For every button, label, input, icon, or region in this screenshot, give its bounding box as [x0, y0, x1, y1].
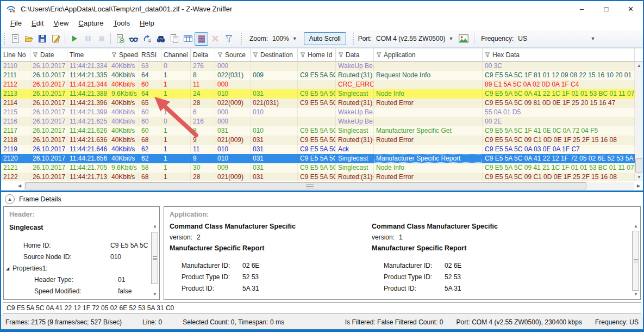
cell-data[interactable]: Singlecast: [336, 126, 374, 136]
minimize-button[interactable]: –: [570, 1, 594, 16]
cell-line[interactable]: 2113: [1, 89, 30, 99]
cell-line[interactable]: 2114: [1, 99, 30, 108]
review-glasses-button[interactable]: [127, 32, 140, 46]
cell-application[interactable]: [374, 108, 483, 117]
cell-data[interactable]: WakeUp Bea: [336, 108, 374, 117]
cell-delta[interactable]: 30: [191, 163, 215, 173]
cell-application[interactable]: Manufacturer Specific Get: [374, 126, 483, 136]
cell-channel[interactable]: 1: [161, 163, 191, 173]
port-dropdown[interactable]: COM 4 (v2.55 ZW0500) ▼: [374, 33, 455, 45]
cell-hex[interactable]: C9 E5 5A 5C 1F 81 01 12 09 08 22 15 16 1…: [483, 71, 635, 80]
cell-home_id[interactable]: [298, 108, 336, 117]
cell-date[interactable]: 26.10.2017: [30, 145, 67, 154]
filter-funnel-icon[interactable]: [376, 52, 382, 58]
view-lines-button[interactable]: [195, 32, 208, 46]
cell-data[interactable]: WakeUp Bea: [336, 117, 374, 126]
cell-channel[interactable]: 1: [161, 80, 191, 89]
cell-data[interactable]: CRC_ERROR: [336, 80, 374, 89]
cell-application[interactable]: Manufacturer Specific Report: [374, 154, 483, 163]
find-binoculars-button[interactable]: [154, 32, 167, 46]
menu-item-tools[interactable]: Tools: [109, 17, 135, 29]
column-header-rssi[interactable]: RSSI: [139, 48, 161, 61]
selected-frame-hex-field[interactable]: C9 E5 5A 5C 0A 41 22 12 1F 72 05 02 6E 5…: [3, 302, 641, 313]
cell-delta[interactable]: 8: [191, 71, 215, 80]
cell-time[interactable]: 11:44:21.334: [67, 62, 109, 71]
column-header-delta[interactable]: Delta: [191, 48, 215, 61]
cell-source[interactable]: 010: [215, 154, 251, 163]
cell-channel[interactable]: 1: [161, 145, 191, 154]
cell-data[interactable]: Ack: [336, 145, 374, 154]
cell-destination[interactable]: 031: [251, 89, 298, 99]
collapse-details-button[interactable]: ▲: [5, 194, 15, 204]
toolbar-grip[interactable]: [353, 33, 355, 45]
cell-delta[interactable]: 9: [191, 154, 215, 163]
scroll-down-arrow[interactable]: ▼: [635, 173, 643, 181]
cell-line[interactable]: 2116: [1, 117, 30, 126]
capture-file-button[interactable]: [113, 32, 127, 46]
column-header-channel[interactable]: Channel: [161, 48, 191, 61]
save-file-button[interactable]: [35, 32, 49, 46]
cell-rssi[interactable]: 68: [139, 136, 161, 145]
cell-application[interactable]: [374, 145, 483, 154]
cell-destination[interactable]: [251, 62, 298, 71]
cell-channel[interactable]: 1: [161, 173, 191, 182]
scroll-up-arrow[interactable]: ▲: [151, 222, 159, 230]
cell-source[interactable]: 009: [215, 163, 251, 173]
grid-vertical-scrollbar[interactable]: ▲ ▼: [635, 62, 643, 181]
filter-funnel-icon[interactable]: [485, 52, 490, 58]
cell-line[interactable]: 2121: [1, 163, 30, 173]
cell-channel[interactable]: 0: [161, 62, 191, 71]
menu-item-file[interactable]: File: [5, 17, 27, 29]
cell-channel[interactable]: 1: [161, 89, 191, 99]
cell-application[interactable]: Node Info: [374, 163, 483, 173]
cell-home_id[interactable]: C9 E5 5A 5C: [298, 136, 336, 145]
cell-hex[interactable]: C9 E5 5A 5C 09 C1 0D 0E 1F 25 2F 15 16 0…: [483, 173, 635, 182]
frame-row-2110[interactable]: 211026.10.201711:44:21.33440Kbit/s630276…: [1, 62, 643, 71]
open-file-button[interactable]: [22, 32, 35, 46]
cell-channel[interactable]: 1: [161, 99, 191, 108]
cell-time[interactable]: 11:44:21.344: [67, 80, 109, 89]
close-button[interactable]: ✕: [618, 1, 643, 16]
new-file-button[interactable]: [8, 32, 22, 46]
cell-channel[interactable]: 1: [161, 108, 191, 117]
cell-home_id[interactable]: C9 E5 5A 5C: [298, 145, 336, 154]
cell-speed[interactable]: 40Kbit/s: [109, 126, 139, 136]
cell-home_id[interactable]: C9 E5 5A 5C: [298, 89, 336, 99]
cell-time[interactable]: 11:44:21.399: [67, 108, 109, 117]
column-header-home_id[interactable]: Home Id: [298, 48, 336, 61]
scroll-right-arrow[interactable]: ▶: [634, 182, 643, 190]
frame-row-2111[interactable]: 211126.10.201711:44:21.33540Kbit/s641802…: [1, 71, 643, 80]
column-header-line[interactable]: Line No: [1, 48, 30, 61]
cell-rssi[interactable]: 60: [139, 108, 161, 117]
cell-application[interactable]: Node Info: [374, 89, 483, 99]
cell-destination[interactable]: 031: [251, 154, 298, 163]
filter-funnel-icon[interactable]: [300, 52, 305, 58]
cell-hex[interactable]: 00 2E: [483, 117, 635, 126]
frame-row-2118[interactable]: 211826.10.201711:44:21.63640Kbit/s681902…: [1, 136, 643, 145]
cell-time[interactable]: 11:44:21.705: [67, 163, 109, 173]
cell-rssi[interactable]: 62: [139, 154, 161, 163]
cell-line[interactable]: 2119: [1, 145, 30, 154]
cell-channel[interactable]: 1: [161, 126, 191, 136]
cell-delta[interactable]: 216: [191, 117, 215, 126]
column-header-date[interactable]: Date: [30, 48, 67, 61]
column-header-hex[interactable]: Hex Data: [483, 48, 635, 61]
cell-date[interactable]: 26.10.2017: [30, 154, 67, 163]
scroll-down-arrow[interactable]: ▼: [632, 290, 640, 298]
cell-time[interactable]: 11:44:21.636: [67, 136, 109, 145]
column-header-time[interactable]: Time: [67, 48, 109, 61]
cell-application[interactable]: Routed Error: [374, 173, 483, 182]
application-panel-scrollbar[interactable]: ▲ ▼: [632, 222, 640, 298]
goto-line-button[interactable]: [140, 32, 154, 46]
cell-channel[interactable]: 1: [161, 136, 191, 145]
cell-application[interactable]: [374, 117, 483, 126]
cell-hex[interactable]: C9 E5 5A 5C 0A 41 22 1C 1F 01 01 53 BC 0…: [483, 89, 635, 99]
toolbar-grip[interactable]: [241, 33, 243, 45]
scroll-up-arrow[interactable]: ▲: [632, 222, 640, 230]
cell-home_id[interactable]: C9 E5 5A 5C: [298, 163, 336, 173]
cell-line[interactable]: 2120: [1, 154, 30, 163]
cell-data[interactable]: WakeUp Bea: [336, 62, 374, 71]
column-header-application[interactable]: Application: [374, 48, 483, 61]
cell-line[interactable]: 2112: [1, 80, 30, 89]
cell-line[interactable]: 2115: [1, 108, 30, 117]
